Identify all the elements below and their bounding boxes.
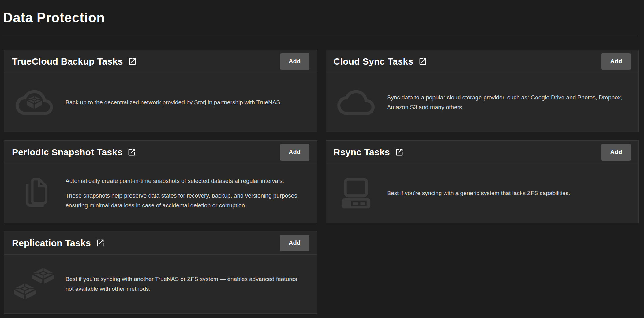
add-button[interactable]: Add — [280, 144, 309, 161]
card-body: Back up to the decentralized network pro… — [4, 73, 317, 132]
card-description-line: Back up to the decentralized network pro… — [66, 98, 282, 107]
snapshot-copies-icon — [14, 177, 54, 210]
card-description: Back up to the decentralized network pro… — [66, 98, 282, 107]
card-title-link[interactable]: Replication Tasks — [12, 238, 105, 248]
card-title-link[interactable]: TrueCloud Backup Tasks — [12, 56, 137, 67]
replication-cubes-icon — [14, 267, 54, 301]
cloud-icon — [336, 84, 376, 121]
card-truecloud-backup-tasks: TrueCloud Backup Tasks Add Back up to th… — [4, 50, 317, 132]
card-title: TrueCloud Backup Tasks — [12, 56, 123, 67]
add-button[interactable]: Add — [601, 53, 631, 70]
open-in-new-icon[interactable] — [395, 148, 404, 157]
card-rsync-tasks: Rsync Tasks Add Best if you're syncing w… — [326, 140, 639, 223]
card-title: Rsync Tasks — [334, 147, 390, 157]
add-button[interactable]: Add — [280, 235, 309, 251]
card-title-link[interactable]: Cloud Sync Tasks — [334, 56, 427, 67]
card-replication-tasks: Replication Tasks Add Best if you're syn… — [4, 231, 317, 314]
card-header: Cloud Sync Tasks Add — [326, 50, 639, 73]
title-divider — [2, 36, 637, 36]
card-description: Automatically create point-in-time snaps… — [66, 176, 305, 210]
card-description: Sync data to a popular cloud storage pro… — [387, 93, 627, 112]
card-body: Sync data to a popular cloud storage pro… — [326, 73, 639, 132]
task-cards-grid: TrueCloud Backup Tasks Add Back up to th… — [4, 50, 639, 314]
card-cloud-sync-tasks: Cloud Sync Tasks Add Sync data to a popu… — [326, 50, 639, 132]
add-button[interactable]: Add — [280, 53, 309, 70]
page-title: Data Protection — [3, 9, 644, 26]
card-description: Best if you're syncing with another True… — [66, 274, 305, 294]
card-description-line: Best if you're syncing with another True… — [66, 274, 305, 294]
card-title-link[interactable]: Rsync Tasks — [334, 147, 404, 157]
card-header: Replication Tasks Add — [4, 231, 317, 255]
card-header: TrueCloud Backup Tasks Add — [4, 50, 317, 73]
card-description-line: These snapshots help preserve data state… — [66, 191, 305, 210]
card-title-link[interactable]: Periodic Snapshot Tasks — [12, 147, 136, 157]
open-in-new-icon[interactable] — [418, 57, 427, 66]
card-title: Periodic Snapshot Tasks — [12, 147, 122, 157]
open-in-new-icon[interactable] — [128, 57, 137, 66]
card-description-line: Sync data to a popular cloud storage pro… — [387, 93, 627, 112]
card-body: Automatically create point-in-time snaps… — [4, 164, 317, 223]
card-description-line: Best if you're syncing with a generic sy… — [387, 188, 570, 198]
card-header: Periodic Snapshot Tasks Add — [4, 141, 317, 164]
card-title: Replication Tasks — [12, 238, 91, 248]
card-description: Best if you're syncing with a generic sy… — [387, 188, 570, 198]
storj-cloud-icon — [14, 84, 54, 121]
computer-icon — [336, 178, 376, 209]
card-body: Best if you're syncing with another True… — [4, 255, 317, 313]
open-in-new-icon[interactable] — [127, 148, 136, 157]
add-button[interactable]: Add — [601, 144, 631, 161]
open-in-new-icon[interactable] — [96, 239, 105, 247]
card-header: Rsync Tasks Add — [326, 141, 639, 164]
card-description-line: Automatically create point-in-time snaps… — [66, 176, 305, 186]
card-periodic-snapshot-tasks: Periodic Snapshot Tasks Add Automaticall… — [4, 140, 317, 223]
card-title: Cloud Sync Tasks — [334, 56, 414, 67]
card-body: Best if you're syncing with a generic sy… — [326, 164, 639, 223]
